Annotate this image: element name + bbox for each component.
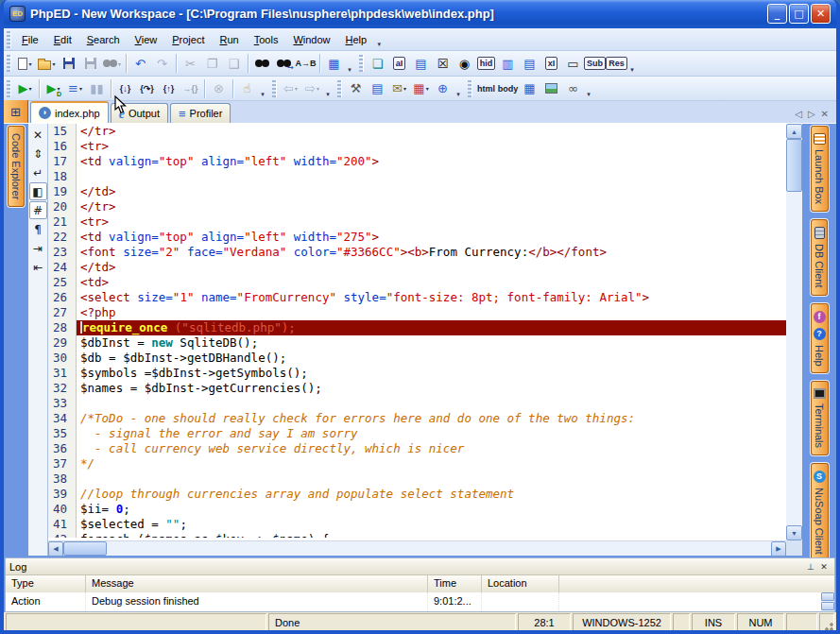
code-line-text[interactable]: foreach ($names as $key => $name) { — [77, 532, 786, 538]
pin-icon[interactable]: ⊥ — [804, 562, 817, 572]
line-number[interactable]: 30 — [48, 351, 77, 366]
code-explorer-button[interactable]: ⊞ — [4, 100, 28, 123]
insert-table-button[interactable]: ▦ — [519, 78, 540, 99]
toolbar-grip[interactable] — [272, 80, 277, 97]
log-scroll-up-button[interactable] — [821, 592, 834, 601]
code-area[interactable]: 15</tr>16<tr>17<td valign="top" align="l… — [48, 124, 786, 540]
indent-button[interactable]: ⇥ — [29, 239, 47, 257]
scroll-tabs-left-button[interactable]: ◁ — [795, 109, 802, 119]
tab-code-explorer[interactable]: Code Explorer — [8, 126, 25, 207]
back-button[interactable]: ⇦▾ — [280, 78, 301, 99]
run-in-debugger-button[interactable]: ▶D▾ — [43, 78, 64, 99]
menu-grip[interactable] — [7, 31, 11, 48]
code-line-text[interactable]: </tr> — [77, 199, 786, 214]
toolbar-overflow-button[interactable]: ▾ — [258, 91, 267, 98]
menu-view[interactable]: View — [128, 31, 165, 48]
code-line-text[interactable]: <?php — [77, 305, 786, 320]
menu-window[interactable]: Window — [285, 31, 337, 48]
tab-profiler[interactable]: ≡Profiler — [170, 103, 231, 123]
vertical-scrollbar[interactable]: ▲ ▼ — [786, 124, 802, 556]
code-line-text[interactable]: //loop through currencies array and popu… — [77, 487, 786, 502]
log-column-location[interactable]: Location — [482, 575, 559, 592]
run-to-cursor-button[interactable]: →{} — [180, 78, 201, 99]
html-tag-button[interactable]: html — [475, 78, 497, 99]
submit-tool-button[interactable]: Sub — [584, 53, 606, 74]
redo-button[interactable]: ↷ — [151, 53, 173, 74]
code-line-text[interactable]: <td valign="top" align="left" width="275… — [77, 230, 786, 245]
vscroll-track[interactable] — [786, 192, 802, 525]
line-number[interactable]: 39 — [48, 487, 77, 502]
split-editor-button[interactable]: ⇕ — [29, 145, 47, 163]
log-scrollbar[interactable] — [821, 592, 834, 611]
body-tag-button[interactable]: body — [497, 78, 519, 99]
close-button[interactable]: ✕ — [811, 4, 831, 24]
code-line-text[interactable]: <td> — [77, 275, 786, 290]
menu-run[interactable]: Run — [213, 31, 247, 48]
tab-terminals[interactable]: Terminals — [811, 381, 829, 455]
deploy-button[interactable]: ✉▾ — [388, 78, 410, 99]
dropdown-arrow-icon[interactable]: ▾ — [28, 85, 31, 92]
toolbar-overflow-button[interactable]: ▾ — [584, 91, 593, 98]
toolbar-grip[interactable] — [359, 55, 364, 72]
line-number[interactable]: 24 — [48, 260, 77, 275]
line-number[interactable]: 22 — [48, 230, 77, 245]
line-number[interactable]: 42 — [48, 532, 77, 538]
line-number[interactable]: 34 — [48, 411, 77, 426]
find-button[interactable] — [251, 53, 273, 74]
close-editor-button[interactable]: ✕ — [821, 109, 829, 119]
code-line-text[interactable]: $dbInst = new SqliteDB(); — [77, 335, 786, 351]
dropdown-arrow-icon[interactable]: ▾ — [52, 60, 55, 67]
log-column-type[interactable]: Type — [6, 575, 86, 592]
gutter-toggle-button[interactable]: ◧ — [29, 182, 47, 200]
minimize-button[interactable]: _ — [767, 4, 787, 24]
line-number[interactable]: 18 — [48, 169, 77, 184]
code-line-text[interactable]: $ii= 0; — [77, 502, 786, 517]
code-line-text[interactable]: */ — [77, 456, 786, 471]
line-number[interactable]: 15 — [48, 124, 77, 139]
menu-help[interactable]: Help — [338, 31, 375, 48]
line-number[interactable]: 27 — [48, 305, 77, 320]
find-next-button[interactable]: → — [273, 53, 295, 74]
code-line-text[interactable]: $symbols =$dbInst->getSymbols(); — [77, 366, 786, 381]
code-line-text[interactable]: </td> — [77, 260, 786, 275]
code-line-text[interactable]: <tr> — [77, 214, 786, 230]
line-number[interactable]: 17 — [48, 154, 77, 169]
button-tool-button[interactable]: ▭ — [562, 53, 584, 74]
form-designer-button[interactable]: ❏ — [367, 53, 388, 74]
replace-button[interactable]: A→B — [295, 53, 317, 74]
find-in-files-button[interactable]: ▾ — [101, 53, 123, 74]
listbox-tool-button[interactable]: ▤ — [410, 53, 432, 74]
code-line-text[interactable]: </tr> — [77, 124, 786, 139]
code-line-text[interactable]: /*ToDo - one should really check for err… — [77, 411, 786, 426]
code-line-text[interactable]: - call currency web service directly, wh… — [77, 441, 786, 456]
hscroll-track[interactable] — [107, 541, 771, 556]
line-number[interactable]: 40 — [48, 502, 77, 517]
menu-search[interactable]: Search — [79, 31, 128, 48]
vscroll-down-button[interactable]: ▼ — [786, 525, 802, 540]
tab-index-php[interactable]: ◗index.php — [30, 101, 109, 123]
line-number[interactable]: 32 — [48, 381, 77, 396]
line-number[interactable]: 23 — [48, 245, 77, 260]
vscroll-thumb[interactable] — [786, 139, 802, 192]
outdent-button[interactable]: ⇤ — [29, 258, 47, 276]
line-number[interactable]: 35 — [48, 426, 77, 441]
copy-button[interactable]: ❐ — [201, 53, 223, 74]
close-pane-button[interactable]: ✕ — [29, 126, 47, 144]
horizontal-scrollbar[interactable]: ◀ ▶ — [48, 540, 786, 556]
project-properties-button[interactable]: ▤ — [367, 78, 388, 99]
code-line-text[interactable]: $selected = ""; — [77, 517, 786, 532]
resize-grip[interactable] — [819, 613, 834, 631]
colors-button[interactable]: ▦▾ — [410, 78, 432, 99]
step-out-button[interactable]: {↑} — [158, 78, 180, 99]
menu-tools[interactable]: Tools — [247, 31, 286, 48]
tab-launch-box[interactable]: Launch Box — [811, 126, 829, 212]
pause-button[interactable]: ▮▮ — [86, 78, 108, 99]
combobox-tool-button[interactable]: ▤ — [519, 53, 540, 74]
save-button[interactable] — [58, 53, 79, 74]
dropdown-arrow-icon[interactable]: ▾ — [295, 85, 298, 92]
tab-db-client[interactable]: DB Client — [811, 219, 828, 295]
toolbar-grip[interactable] — [7, 55, 11, 72]
log-column-time[interactable]: Time — [428, 575, 482, 592]
stop-button[interactable]: ⊗ — [208, 78, 230, 99]
code-line-text[interactable]: $names = $dbInst->getCurrencies(); — [77, 381, 786, 396]
